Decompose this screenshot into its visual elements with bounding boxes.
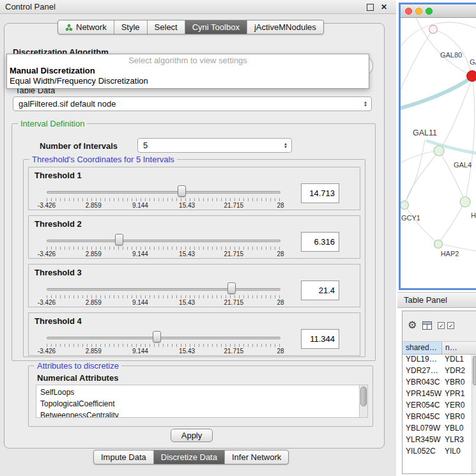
cell-shared-name[interactable]: YDR27… (403, 366, 442, 378)
table-row[interactable]: YDR27…YDR2 (403, 366, 476, 378)
tab-cyni-toolbox[interactable]: Cyni Toolbox (185, 20, 247, 34)
node-green[interactable] (460, 197, 470, 207)
cell-shared-name[interactable]: YBR045C (403, 412, 442, 424)
tab-select[interactable]: Select (148, 20, 185, 34)
cell-shared-name[interactable]: YLR345W (403, 435, 442, 447)
tab-infer-network[interactable]: Infer Network (225, 450, 288, 464)
cell-shared-name[interactable]: YIL052C (403, 447, 442, 458)
cell-shared-name[interactable]: YER054C (403, 401, 442, 412)
attribute-item[interactable]: TopologicalCoefficient (40, 398, 358, 410)
node-label: GAL80 (440, 51, 462, 59)
table-options-gear-icon[interactable]: ⚙ (408, 320, 417, 330)
column-header-shared-name[interactable]: shared… (403, 342, 442, 355)
table-row[interactable]: YBL079WYBL0 (403, 424, 476, 435)
numerical-attributes-list[interactable]: SelfLoopsTopologicalCoefficientBetweenne… (36, 385, 368, 418)
tick-label: -3.426 (38, 348, 56, 355)
slider-ticks (47, 247, 280, 250)
table-row[interactable]: YIL052CYIL0 (403, 447, 476, 458)
tab-infer-network-label: Infer Network (232, 452, 281, 462)
tab-discretize-data[interactable]: Discretize Data (154, 450, 225, 464)
minimize-window-icon[interactable] (415, 8, 422, 15)
number-of-intervals-label: Number of Intervals (40, 141, 118, 151)
thresholds-container: Threshold 1-3.4262.8599.14415.4321.71528… (28, 167, 360, 361)
top-tab-bar: Network Style Select Cyni Toolbox jActiv… (58, 20, 324, 35)
attribute-item[interactable]: SelfLoops (40, 387, 358, 398)
tick-label: 2.859 (86, 348, 102, 355)
table-row[interactable]: YLR345WYLR3 (403, 435, 476, 447)
table-row[interactable]: YER054CYER0 (403, 401, 476, 412)
interval-definition-title: Interval Definition (18, 119, 87, 128)
cell-shared-name[interactable]: YBR043C (403, 378, 442, 389)
slider-tick-labels: -3.4262.8599.14415.4321.71528 (47, 299, 280, 306)
slider-ticks (47, 198, 280, 201)
slider-thumb[interactable] (178, 185, 186, 197)
tab-jactivemnodules[interactable]: jActiveMNodules (247, 20, 323, 34)
close-panel-icon[interactable]: ✕ (380, 3, 388, 12)
table-row[interactable]: YDL19…YDL1 (403, 355, 476, 366)
slider-thumb[interactable] (153, 331, 161, 342)
table-scrollbar[interactable] (472, 355, 476, 473)
cell-shared-name[interactable]: YPR145W (403, 389, 442, 401)
float-window-icon[interactable] (365, 3, 374, 12)
network-canvas[interactable]: GAL80 GA… GAL11 GAL4 GCY1 H… HAP2 (401, 18, 476, 288)
tick-label: 9.144 (132, 299, 148, 306)
table-row[interactable]: YBR045CYBR0 (403, 412, 476, 424)
table-data-combobox[interactable]: galFiltered.sif default node ▲ ▼ (13, 96, 372, 111)
node-gcy1[interactable] (401, 201, 409, 210)
threshold-slider[interactable]: -3.4262.8599.14415.4321.71528 (43, 328, 284, 354)
column-header-name[interactable]: n… (442, 342, 476, 355)
control-panel: Control Panel ✕ Network Style Select Cyn… (0, 0, 396, 476)
node-label: H… (471, 211, 476, 219)
wide-edge (426, 141, 476, 155)
cell-shared-name[interactable]: YDL19… (403, 355, 442, 366)
select-all-checkbox-icon[interactable]: ✓ (438, 322, 445, 329)
table-panel-header: Table Panel (397, 292, 476, 308)
node-hap2[interactable] (434, 240, 443, 249)
table-rows: YDL19…YDL1YDR27…YDR2YBR043CYBR0YPR145WYP… (403, 355, 476, 473)
tab-impute-data[interactable]: Impute Data (94, 450, 154, 464)
threshold-label: Threshold 2 (35, 219, 82, 229)
slider-thumb[interactable] (115, 234, 123, 245)
cell-shared-name[interactable]: YBL079W (403, 424, 442, 435)
table-row[interactable]: YPR145WYPR1 (403, 389, 476, 401)
network-window-titlebar (401, 4, 476, 18)
tick-label: 28 (277, 348, 284, 355)
node-selected-red[interactable] (467, 71, 476, 82)
arrow-down-icon: ▼ (364, 104, 367, 107)
threshold-value-field[interactable]: 6.316 (301, 232, 339, 252)
attributes-group-title: Attributes to discretize (35, 361, 121, 371)
tick-label: 15.43 (179, 348, 195, 355)
combo-arrows-icon: ▲ ▼ (364, 101, 367, 107)
network-icon (65, 24, 73, 31)
threshold-slider[interactable]: -3.4262.8599.14415.4321.71528 (43, 231, 284, 257)
zoom-window-icon[interactable] (426, 8, 433, 15)
threshold-slider[interactable]: -3.4262.8599.14415.4321.71528 (43, 183, 284, 208)
select-none-checkbox-icon[interactable]: ✓ (447, 322, 454, 329)
apply-button[interactable]: Apply (171, 429, 213, 442)
tick-label: -3.426 (38, 202, 56, 209)
tab-network[interactable]: Network (58, 20, 114, 34)
attributes-list-items: SelfLoopsTopologicalCoefficientBetweenne… (36, 385, 358, 417)
threshold-value-field[interactable]: 14.713 (301, 183, 339, 203)
close-window-icon[interactable] (405, 8, 412, 15)
option-manual-discretization[interactable]: Manual Discretization (7, 66, 369, 76)
threshold-value-field[interactable]: 21.4 (301, 280, 339, 300)
tab-style[interactable]: Style (114, 20, 148, 34)
option-equal-width-frequency[interactable]: Equal Width/Frequency Discretization (7, 76, 369, 86)
node-green[interactable] (434, 146, 444, 156)
threshold-slider[interactable]: -3.4262.8599.14415.4321.71528 (43, 280, 284, 305)
node-gal80[interactable] (429, 26, 438, 34)
show-columns-icon[interactable] (422, 321, 432, 330)
threshold-label: Threshold 1 (35, 171, 82, 180)
attribute-item[interactable]: BetweennessCentrality (40, 410, 358, 418)
threshold-value-field[interactable]: 11.344 (301, 329, 339, 349)
tick-label: 15.43 (179, 299, 195, 306)
slider-tick-labels: -3.4262.8599.14415.4321.71528 (47, 202, 280, 209)
number-of-intervals-combobox[interactable]: 5 ▲ ▼ (137, 138, 292, 153)
list-scrollbar[interactable] (359, 385, 367, 417)
table-row[interactable]: YBR043CYBR0 (403, 378, 476, 389)
slider-thumb[interactable] (227, 282, 236, 294)
scrollbar-thumb[interactable] (473, 356, 476, 385)
tick-label: 28 (277, 299, 284, 306)
scrollbar-thumb[interactable] (360, 387, 367, 406)
